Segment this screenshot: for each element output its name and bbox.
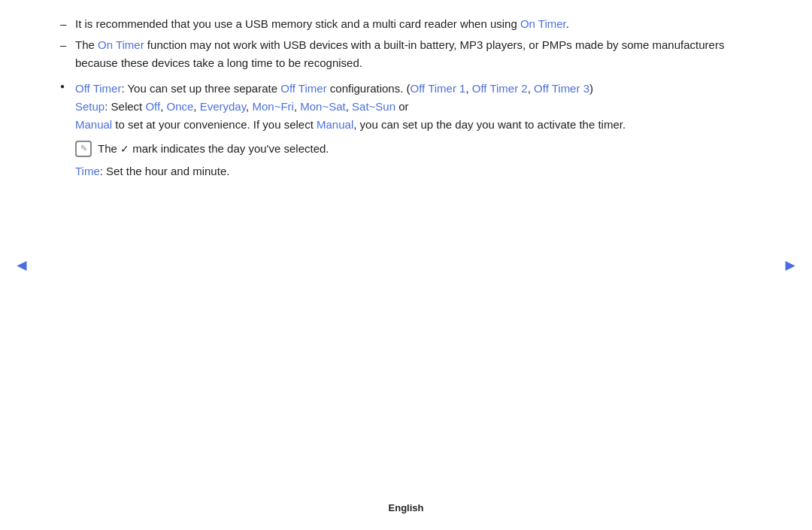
sub-bullet-list: It is recommended that you use a USB mem… (60, 15, 752, 72)
off-timer-link: Off Timer (280, 82, 326, 95)
off-timer-3-link: Off Timer 3 (534, 82, 589, 95)
checkmark-icon: ✓ (120, 143, 129, 155)
setup-comma5: , (346, 100, 352, 113)
off-timer-close: ) (589, 82, 593, 95)
off-timer-2-link: Off Timer 2 (472, 82, 528, 95)
language-label: English (389, 502, 424, 513)
manual-link-1: Manual (75, 118, 112, 131)
prev-page-button[interactable]: ◄ (14, 252, 30, 278)
off-timer-label: Off Timer (75, 82, 121, 95)
sub-bullet-1: It is recommended that you use a USB mem… (60, 15, 752, 33)
off-timer-text2: configurations. ( (327, 82, 411, 95)
time-label: Time (75, 165, 100, 177)
off-timer-item: Off Timer: You can set up three separate… (60, 80, 752, 180)
manual-line: Manual to set at your convenience. If yo… (75, 116, 752, 134)
sub-bullet-2-text: The On Timer function may not work with … (75, 38, 724, 69)
everyday-link: Everyday (200, 100, 246, 113)
mon-fri-link: Mon~Fri (252, 100, 293, 113)
setup-line: Setup: Select Off, Once, Everyday, Mon~F… (75, 98, 752, 116)
sat-sun-link: Sat~Sun (352, 100, 395, 113)
mon-sat-link: Mon~Sat (300, 100, 345, 113)
manual-text1: to set at your convenience. If you selec… (112, 118, 317, 131)
off-timer-line: Off Timer: You can set up three separate… (75, 80, 752, 98)
manual-text2: , you can set up the day you want to act… (353, 118, 626, 131)
setup-text-or: or (395, 100, 409, 113)
off-timer-text1: : You can set up three separate (121, 82, 280, 95)
sub-bullet-1-text: It is recommended that you use a USB mem… (75, 17, 569, 30)
off-timer-1-link: Off Timer 1 (411, 82, 466, 95)
left-arrow-icon: ◄ (14, 256, 30, 274)
setup-comma4: , (294, 100, 300, 113)
note-icon: ✎ (75, 141, 92, 157)
once-link: Once (166, 100, 193, 113)
right-arrow-icon: ► (782, 256, 798, 274)
on-timer-link-1: On Timer (520, 17, 566, 30)
setup-text1: : Select (105, 100, 145, 113)
time-text: : Set the hour and minute. (100, 165, 230, 177)
off-timer-comma2: , (528, 82, 534, 95)
setup-comma2: , (193, 100, 199, 113)
time-line: Time: Set the hour and minute. (75, 162, 752, 180)
next-page-button[interactable]: ► (782, 252, 798, 278)
sub-bullet-2: The On Timer function may not work with … (60, 36, 752, 72)
note-box: ✎ The ✓ mark indicates the day you've se… (75, 140, 752, 158)
footer: English (0, 501, 812, 516)
main-bullet-list: Off Timer: You can set up three separate… (60, 80, 752, 180)
content-area: It is recommended that you use a USB mem… (60, 15, 752, 485)
off-link: Off (145, 100, 160, 113)
note-text: The ✓ mark indicates the day you've sele… (98, 140, 329, 158)
setup-label: Setup (75, 100, 105, 113)
off-timer-comma1: , (465, 82, 471, 95)
manual-link-2: Manual (317, 118, 353, 131)
on-timer-link-2: On Timer (98, 38, 144, 51)
